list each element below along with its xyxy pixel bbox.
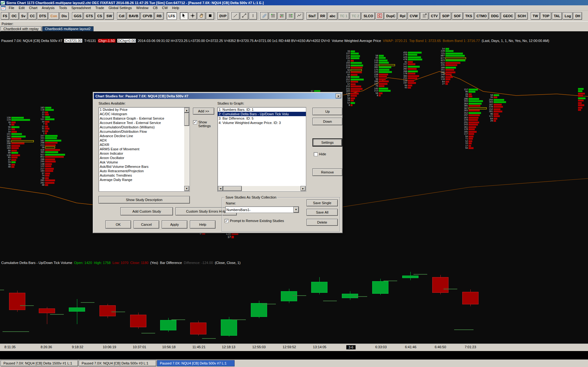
scroll-left-icon[interactable]: ◄: [218, 186, 223, 191]
help-button[interactable]: Help: [190, 220, 215, 229]
study-list-item[interactable]: AC/DC Histogram: [99, 112, 184, 116]
menu-analysis[interactable]: Analysis: [40, 6, 57, 10]
toolbar-button-sop[interactable]: SOP: [440, 12, 451, 20]
time-axis[interactable]: 8:11:358:26:369:18:3210:06:1910:37:0110:…: [0, 344, 588, 351]
toolbar-button-dh[interactable]: DH: [573, 12, 582, 20]
toolbar-button-ray[interactable]: [240, 12, 248, 20]
toolbar-button-ddg[interactable]: DDG: [489, 12, 500, 20]
toolbar-button-sw[interactable]: SW: [104, 12, 114, 20]
toolbar-button-slco[interactable]: SLCO: [362, 12, 375, 20]
graph-list-item[interactable]: 1: Numbers Bars. ID: 1: [218, 107, 306, 112]
toolbar-button-pointer[interactable]: [180, 12, 188, 20]
toolbar-button-tc-2[interactable]: TC 2: [350, 12, 361, 20]
toolbar-button-rb[interactable]: RB: [155, 12, 164, 20]
toolbar-button-sof[interactable]: SOF: [452, 12, 463, 20]
delete-button[interactable]: Delete: [307, 219, 338, 226]
vertical-scrollbar[interactable]: ▲ ▼: [184, 108, 189, 191]
toolbar-button-dts[interactable]: DTS: [37, 12, 48, 20]
toolbar-button-fs[interactable]: FS: [1, 12, 9, 20]
menu-global-settings[interactable]: Global Settings: [106, 6, 134, 10]
study-list-item[interactable]: Aroon Indicator: [99, 151, 184, 156]
ok-button[interactable]: OK: [105, 220, 131, 229]
study-list-item[interactable]: Ask/Bid Volume Difference Bars: [99, 164, 184, 169]
menu-spreadsheet[interactable]: Spreadsheet: [69, 6, 93, 10]
toolbar-button-rpl[interactable]: Rpl: [398, 12, 407, 20]
menu-chart[interactable]: Chart: [27, 6, 40, 10]
study-list-item[interactable]: Automatic Trendlines: [99, 173, 184, 178]
toolbar-button-tks[interactable]: TKS: [464, 12, 474, 20]
toolbar-button-cpvb[interactable]: CPVB: [141, 12, 154, 20]
toolbar-button-cs[interactable]: CS: [95, 12, 104, 20]
close-icon[interactable]: ×: [336, 94, 341, 98]
settings-button[interactable]: Settings: [312, 138, 342, 147]
menu-file[interactable]: File: [7, 6, 17, 10]
toolbar-button-cc[interactable]: CC: [28, 12, 37, 20]
scrollbar-thumb[interactable]: [223, 186, 242, 191]
scrollbar-thumb[interactable]: [184, 113, 189, 126]
study-list-item[interactable]: ARMS Ease of Movement: [99, 147, 184, 151]
toolbar-button-tick[interactable]: [249, 12, 257, 20]
study-list-item[interactable]: Ask Volume: [99, 160, 184, 164]
study-list-item[interactable]: ADX: [99, 138, 184, 142]
toolbar-button-lfs[interactable]: LFS: [167, 12, 177, 20]
study-list-item[interactable]: Account Balance Graph - External Service: [99, 116, 184, 121]
toolbar-button-ggs[interactable]: GGS: [72, 12, 83, 20]
save-all-button[interactable]: Save All: [307, 209, 338, 216]
toolbar-button-ctmo[interactable]: CTMO: [475, 12, 489, 20]
toolbar-button-zigzag[interactable]: [295, 12, 303, 20]
cancel-button[interactable]: Cancel: [134, 220, 159, 229]
scroll-up-icon[interactable]: ▲: [184, 108, 189, 113]
menu-tools[interactable]: Tools: [57, 6, 69, 10]
studies-to-graph-list[interactable]: ◄ ► 1: Numbers Bars. ID: 12: Cumulative …: [217, 107, 306, 192]
toolbar-button-cvw[interactable]: CVW: [408, 12, 420, 20]
toolbar-button-sv[interactable]: Sv: [19, 12, 28, 20]
study-collection-combobox[interactable]: NumbersBars1- ▼: [225, 206, 299, 213]
toolbar-button-dis[interactable]: Dis: [60, 12, 69, 20]
toolbar-button-tw[interactable]: TW: [531, 12, 540, 20]
toolbar-button-abc[interactable]: abc: [328, 12, 337, 20]
toolbar-button-bavb[interactable]: BAVB: [127, 12, 140, 20]
up-button[interactable]: Up: [312, 108, 342, 115]
toolbar-button-tc-1[interactable]: TC 1: [338, 12, 349, 20]
toolbar-button-geoc[interactable]: GEOC: [501, 12, 515, 20]
graph-list-item[interactable]: 2: Cumulative Delta Bars - Up/Down Tick …: [218, 112, 306, 116]
toolbar-button-ctv[interactable]: CTV: [429, 12, 440, 20]
study-list-item[interactable]: Aroon Oscillator: [99, 156, 184, 160]
toolbar-button-fib3[interactable]: [286, 12, 295, 20]
toolbar-button-tal[interactable]: TAL: [552, 12, 562, 20]
toolbar-button-log[interactable]: Log: [563, 12, 573, 20]
toolbar-button-crosshair[interactable]: [189, 12, 197, 20]
toolbar-button-scih[interactable]: SCIH: [516, 12, 528, 20]
study-list-item[interactable]: Average Daily Range: [99, 178, 184, 182]
study-list-item[interactable]: Accumulation/Distribution Flow: [99, 129, 184, 134]
add-custom-study-button[interactable]: Add Custom Study: [120, 207, 173, 215]
show-study-description-button[interactable]: Show Study Description: [99, 196, 190, 204]
prompt-remove-checkbox[interactable]: ✓ Prompt to Remove Existing Studies: [225, 219, 284, 223]
chart-window-tab-paused-7-0x-nqu4-cb-delta-500v-3-l-1[interactable]: Paused 7.0X: NQU4 [CB] Delta 500v #3 L:1: [79, 360, 156, 366]
down-button[interactable]: Down: [312, 118, 342, 125]
menu-help[interactable]: Help: [170, 6, 181, 10]
study-list-item[interactable]: Account Balance Text - External Service: [99, 121, 184, 125]
graph-list-item[interactable]: 4: Volume Weighted Average Price. ID: 3: [218, 121, 306, 125]
show-settings-checkbox[interactable]: ✓ Show Settings: [193, 120, 214, 128]
menu-cb[interactable]: CB: [151, 6, 160, 10]
menu-window[interactable]: Window: [134, 6, 151, 10]
study-list-item[interactable]: Accumulation/Distribution (Williams): [99, 125, 184, 129]
toolbar-button-trendline[interactable]: [231, 12, 240, 20]
study-list-item[interactable]: Advance Decline Line: [99, 134, 184, 138]
chevron-down-icon[interactable]: ▼: [293, 207, 299, 213]
toolbar-button-stat[interactable]: StaT: [307, 12, 318, 20]
toolbar-button-credalert[interactable]: C: [376, 12, 384, 20]
study-list-item[interactable]: 1 Divided by Price: [99, 107, 184, 112]
toolbar-button-dvp[interactable]: DVP: [217, 12, 228, 20]
toolbar-button-hand[interactable]: [197, 12, 205, 20]
toolbar-button-square[interactable]: [206, 12, 214, 20]
scroll-down-icon[interactable]: ▼: [184, 186, 189, 191]
chart-window-tab-paused-7-0x-nqu4-cb-delta-500v-7-l-1[interactable]: Paused 7.0X: NQU4 [CB] Delta 500v #7 L:1: [157, 360, 235, 366]
toolbar-button-hatch[interactable]: [260, 12, 268, 20]
study-list-item[interactable]: ADXR: [99, 142, 184, 147]
menu-trade[interactable]: Trade: [93, 6, 106, 10]
toolbar-button-fib2[interactable]: [278, 12, 286, 20]
toolbar-button-top[interactable]: TOP: [540, 12, 551, 20]
toolbar-button-gts[interactable]: GTS: [84, 12, 95, 20]
